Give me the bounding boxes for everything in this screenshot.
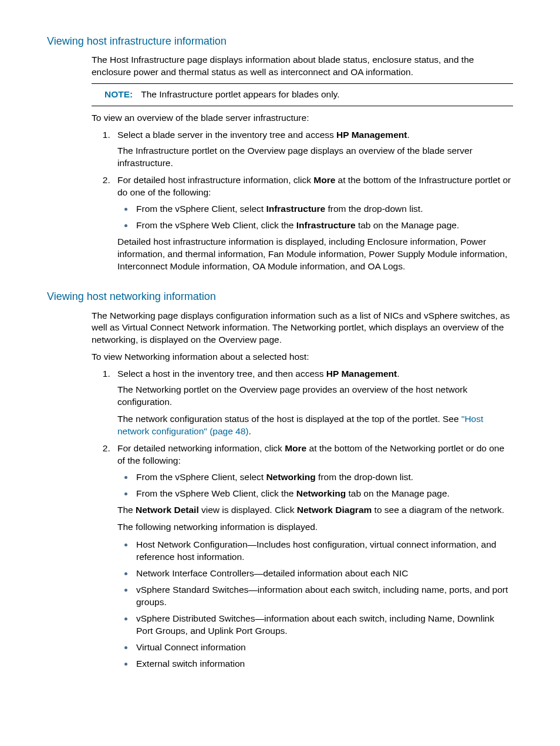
- step-detail: The network configuration status of the …: [117, 413, 513, 438]
- bold-term: Infrastructure: [266, 204, 325, 214]
- step-detail: The Networking portlet on the Overview p…: [117, 384, 513, 409]
- procedure-lead: To view an overview of the blade server …: [92, 112, 513, 124]
- procedure-list: Select a host in the inventory tree, and…: [92, 368, 513, 670]
- bullet-text: From the vSphere Client, select: [136, 204, 266, 214]
- step-2: For detailed networking information, cli…: [113, 443, 513, 670]
- procedure-list: Select a blade server in the inventory t…: [92, 129, 513, 273]
- step-detail: The Infrastructure portlet on the Overvi…: [117, 145, 513, 170]
- step-text: .: [249, 426, 251, 436]
- bold-term: HP Management: [336, 130, 407, 140]
- step-text: For detailed host infrastructure informa…: [117, 175, 313, 185]
- step-1: Select a blade server in the inventory t…: [113, 129, 513, 170]
- bullet-item: vSphere Distributed Switches—information…: [134, 612, 513, 637]
- section-body-networking: The Networking page displays configurati…: [92, 310, 513, 670]
- step-text: to see a diagram of the network.: [372, 505, 504, 515]
- bullet-item: From the vSphere Client, select Networki…: [134, 471, 513, 484]
- bullet-text: tab on the Manage page.: [346, 488, 450, 498]
- bold-term: Network Diagram: [297, 505, 372, 515]
- procedure-lead: To view Networking information about a s…: [92, 351, 513, 363]
- intro-paragraph: The Host Infrastructure page displays in…: [92, 54, 513, 79]
- bold-term: Network Detail: [136, 505, 199, 515]
- note-box: NOTE:The Infrastructure portlet appears …: [92, 83, 513, 106]
- step-text: view is displayed. Click: [199, 505, 297, 515]
- bullet-text: tab on the Manage page.: [356, 220, 460, 230]
- section-body-infrastructure: The Host Infrastructure page displays in…: [92, 54, 513, 273]
- step-text: Select a blade server in the inventory t…: [117, 130, 336, 140]
- step-text: For detailed networking information, cli…: [117, 443, 285, 453]
- step-text: The network configuration status of the …: [117, 414, 461, 424]
- bullet-text: from the drop-down list.: [325, 204, 423, 214]
- step-detail: The Network Detail view is displayed. Cl…: [117, 504, 513, 517]
- bullet-item: Host Network Configuration—Includes host…: [134, 538, 513, 563]
- bullet-text: From the vSphere Web Client, click the: [136, 488, 296, 498]
- step-detail: Detailed host infrastructure information…: [117, 236, 513, 273]
- step-2: For detailed host infrastructure informa…: [113, 174, 513, 273]
- step-1: Select a host in the inventory tree, and…: [113, 368, 513, 438]
- bold-term: HP Management: [326, 369, 397, 379]
- bullet-item: From the vSphere Web Client, click the I…: [134, 219, 513, 232]
- bullet-text: from the drop-down list.: [316, 472, 413, 482]
- page-content: Viewing host infrastructure information …: [0, 0, 560, 746]
- sub-bullets: From the vSphere Client, select Networki…: [117, 471, 513, 500]
- bullet-item: External switch information: [134, 657, 513, 670]
- bold-term: Infrastructure: [296, 220, 356, 230]
- step-text: .: [407, 130, 409, 140]
- note-label: NOTE:: [104, 89, 133, 99]
- intro-paragraph: The Networking page displays configurati…: [92, 310, 513, 347]
- sub-bullets: From the vSphere Client, select Infrastr…: [117, 202, 513, 232]
- step-detail: The following networking information is …: [117, 521, 513, 534]
- bullet-text: From the vSphere Web Client, click the: [136, 220, 296, 230]
- bullet-item: Network Interface Controllers—detailed i…: [134, 567, 513, 580]
- bullet-item: vSphere Standard Switches—information ab…: [134, 583, 513, 609]
- section-heading-infrastructure: Viewing host infrastructure information: [47, 34, 513, 48]
- step-text: .: [397, 369, 399, 379]
- section-heading-networking: Viewing host networking information: [47, 289, 513, 303]
- bullet-item: Virtual Connect information: [134, 641, 513, 654]
- info-bullets: Host Network Configuration—Includes host…: [117, 538, 513, 670]
- step-text: The: [117, 505, 136, 515]
- bold-term: More: [313, 175, 335, 185]
- note-text: The Infrastructure portlet appears for b…: [141, 89, 339, 99]
- bullet-text: From the vSphere Client, select: [136, 472, 266, 482]
- bold-term: More: [285, 443, 306, 453]
- bullet-item: From the vSphere Client, select Infrastr…: [134, 202, 513, 215]
- step-text: Select a host in the inventory tree, and…: [117, 369, 326, 379]
- bullet-item: From the vSphere Web Client, click the N…: [134, 487, 513, 500]
- bold-term: Networking: [266, 472, 315, 482]
- bold-term: Networking: [296, 488, 346, 498]
